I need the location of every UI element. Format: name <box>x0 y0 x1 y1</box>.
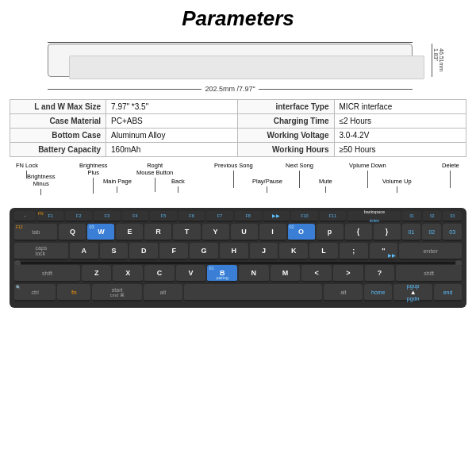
key-f4[interactable]: F4 <box>122 211 149 222</box>
key-backspace[interactable]: backspacedelete <box>347 211 401 222</box>
key-01[interactable]: 01 <box>402 211 421 222</box>
key-b[interactable]: 01 B pairing <box>207 265 237 282</box>
key-enter[interactable]: enter <box>399 243 462 260</box>
param-value: PC+ABS <box>106 114 238 129</box>
key-f2[interactable]: F2 <box>65 211 92 222</box>
param-value: 7.97" *3.5" <box>106 100 238 114</box>
delete-label: Delete <box>442 162 459 188</box>
key-d[interactable]: D <box>129 243 158 260</box>
key-alt-l[interactable]: alt <box>144 284 182 301</box>
table-row: Bottom Case Aluminum Alloy Working Volta… <box>10 129 466 143</box>
key-03[interactable]: 03 <box>443 211 462 222</box>
param-label: L and W Max Size <box>10 100 106 114</box>
table-row: L and W Max Size 7.97" *3.5" interface T… <box>10 100 466 114</box>
key-side-01[interactable]: 01 <box>402 224 421 241</box>
key-shift-l[interactable]: shift <box>14 265 80 282</box>
key-bracket-r[interactable]: } <box>374 224 401 241</box>
back-label: Back <box>171 178 185 193</box>
key-f[interactable]: F <box>159 243 188 260</box>
param-label: Working Voltage <box>238 129 334 143</box>
key-t[interactable]: T <box>173 224 200 241</box>
previous-song-label: Previous Song <box>214 162 253 188</box>
key-space[interactable] <box>184 284 323 301</box>
key-a[interactable]: A <box>70 243 98 260</box>
key-z[interactable]: Z <box>82 265 112 282</box>
key-comma[interactable]: < <box>301 265 332 282</box>
key-f7[interactable]: F7 <box>206 211 233 222</box>
key-side-03[interactable]: 03 <box>443 224 462 241</box>
param-value: ≤2 Hours <box>334 114 466 129</box>
key-ctrl[interactable]: ctrl 🔍 <box>14 284 56 301</box>
key-y[interactable]: Y <box>202 224 229 241</box>
key-f10[interactable]: F10 <box>291 211 318 222</box>
key-f1[interactable]: F1FN <box>37 211 64 222</box>
key-alt-r[interactable]: alt <box>324 284 363 301</box>
param-value: 160mAh <box>106 143 238 157</box>
key-period[interactable]: > <box>333 265 363 282</box>
param-label: Working Hours <box>238 143 334 157</box>
key-shift-r[interactable]: shift <box>396 265 462 282</box>
keyboard-section: FN Lock BrightnessMinus BrightnessPlus R… <box>10 162 466 308</box>
key-f3[interactable]: F3 <box>94 211 121 222</box>
key-f6[interactable]: F6 <box>178 211 205 222</box>
device-top-view <box>48 44 413 77</box>
key-g[interactable]: G <box>190 243 218 260</box>
page: Parameters 46.51mm1.83" 202.5mm /7.97" L… <box>0 0 476 476</box>
key-r[interactable]: R <box>144 224 171 241</box>
table-row: Battery Capacity 160mAh Working Hours ≥5… <box>10 143 466 157</box>
right-mouse-label: RoghtMouse Button <box>136 162 173 192</box>
key-s[interactable]: S <box>100 243 129 260</box>
key-slash[interactable]: ? <box>365 265 395 282</box>
key-02[interactable]: 02 <box>423 211 442 222</box>
key-f9[interactable]: ▶▶ <box>263 211 290 222</box>
key-l[interactable]: L <box>309 243 338 260</box>
param-label: interface Type <box>238 100 334 114</box>
next-song-label: Next Song <box>286 162 313 188</box>
key-start[interactable]: start cmd ⌘ <box>92 284 142 301</box>
key-c[interactable]: C <box>144 265 175 282</box>
volume-down-label: Vplume Down <box>349 162 386 188</box>
param-label: Case Material <box>10 114 106 129</box>
key-bracket-l[interactable]: { <box>345 224 372 241</box>
key-quote[interactable]: "▶▶ <box>370 243 398 260</box>
play-pause-label: Play/Pause <box>252 178 282 193</box>
asdf-row: capslock A S D F G H J K L ; "▶▶ enter <box>14 243 462 260</box>
key-home[interactable]: home <box>364 284 392 301</box>
param-value: Aluminum Alloy <box>106 129 238 143</box>
key-e[interactable]: E <box>116 224 143 241</box>
key-x[interactable]: X <box>113 265 143 282</box>
zxcv-row: shift Z X C V 01 B pairing N M < > ? shi… <box>14 265 462 282</box>
main-page-label: Main Page <box>103 178 132 193</box>
mute-label: Mute <box>319 178 332 193</box>
key-f8[interactable]: F8 <box>235 211 262 222</box>
key-u[interactable]: U <box>231 224 258 241</box>
key-p[interactable]: p <box>317 224 344 241</box>
key-tilde[interactable]: ~ <box>14 211 36 222</box>
dim-height: 46.51mm1.83" <box>432 44 444 77</box>
key-capslock[interactable]: capslock <box>14 243 68 260</box>
key-semicolon[interactable]: ; <box>340 243 368 260</box>
key-h[interactable]: H <box>220 243 248 260</box>
qwerty-row: tabF12 Q 03 W E R T Y U I 02 O p { } <box>14 224 462 241</box>
key-m[interactable]: M <box>271 265 301 282</box>
param-label: Bottom Case <box>10 129 106 143</box>
key-side-02[interactable]: 02 <box>422 224 441 241</box>
bottom-row: ctrl 🔍 fn start cmd ⌘ alt alt home pgup … <box>14 284 462 301</box>
page-title: Parameters <box>10 6 466 31</box>
key-f11[interactable]: F11 <box>320 211 347 222</box>
device-inner <box>69 56 424 79</box>
key-q[interactable]: Q <box>59 224 86 241</box>
key-tab[interactable]: tabF12 <box>14 224 57 241</box>
key-n[interactable]: N <box>239 265 269 282</box>
key-f5[interactable]: F5 <box>150 211 177 222</box>
key-end[interactable]: end <box>434 284 462 301</box>
key-fn[interactable]: fn <box>57 284 90 301</box>
key-j[interactable]: J <box>250 243 278 260</box>
key-o[interactable]: 02 O <box>288 224 315 241</box>
param-value: MICR interface <box>334 100 466 114</box>
key-i[interactable]: I <box>259 224 286 241</box>
key-pgup[interactable]: pgup ▲ pgdn <box>393 284 432 301</box>
key-v[interactable]: V <box>176 265 206 282</box>
key-k[interactable]: K <box>279 243 308 260</box>
key-w[interactable]: 03 W <box>87 224 114 241</box>
